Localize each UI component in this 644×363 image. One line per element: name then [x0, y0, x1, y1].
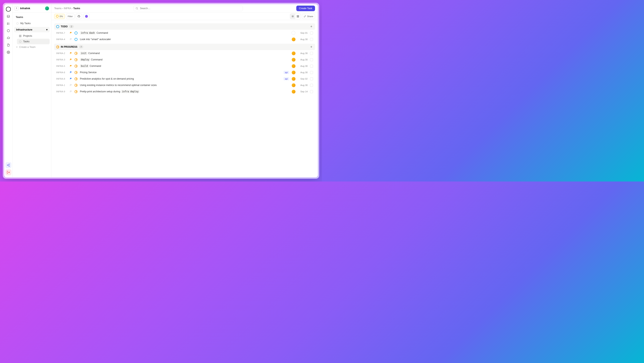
assignee[interactable] — [292, 77, 296, 81]
search-box[interactable] — [133, 6, 243, 11]
linear-icon — [85, 15, 88, 18]
file-icon[interactable] — [6, 42, 11, 48]
assignee[interactable] — [292, 64, 296, 68]
task-checkbox[interactable] — [310, 71, 313, 74]
progress-chip[interactable]: 0% — [54, 14, 65, 19]
assignee-avatar[interactable] — [292, 51, 296, 56]
view-toggle — [290, 14, 301, 19]
assignee-avatar[interactable] — [292, 70, 296, 75]
group-header-todo[interactable]: TODO2+ — [54, 23, 315, 30]
task-row[interactable]: INFRA-3 deploy Command Aug 30 — [54, 57, 315, 63]
logout-icon[interactable] — [6, 169, 11, 175]
assignee[interactable] — [292, 83, 296, 87]
status-icon[interactable] — [74, 38, 78, 41]
settings-icon[interactable] — [6, 49, 11, 55]
status-icon[interactable] — [74, 90, 78, 93]
task-title: infra dash Command — [80, 31, 289, 35]
inbox-icon[interactable] — [6, 13, 11, 19]
status-icon[interactable] — [74, 58, 78, 61]
status-icon[interactable] — [74, 71, 78, 74]
priority-flag-icon[interactable] — [70, 58, 72, 61]
task-id: INFRA-2 — [56, 52, 67, 55]
unassigned-icon[interactable] — [292, 31, 295, 35]
assignee[interactable] — [292, 51, 296, 56]
sidebar-create-team[interactable]: + Create a Team — [14, 44, 50, 50]
assignee[interactable] — [292, 31, 296, 35]
sidebar-item-label: Projects — [23, 35, 32, 37]
priority-flag-icon[interactable] — [70, 77, 72, 80]
priority-flag-icon[interactable] — [70, 52, 72, 55]
task-checkbox[interactable] — [310, 38, 313, 41]
board-view-button[interactable] — [295, 14, 300, 19]
filter-button[interactable]: Filter — [66, 14, 75, 19]
svg-point-20 — [19, 41, 21, 43]
tasks-icon[interactable] — [6, 21, 11, 27]
task-checkbox[interactable] — [310, 90, 313, 93]
list-view-button[interactable] — [290, 14, 295, 19]
task-row[interactable]: INFRA-1 Using existing instance metrics … — [54, 82, 315, 88]
assignee-avatar[interactable] — [292, 37, 296, 42]
task-row[interactable]: INFRA-6 Pricing Service api Aug 30 — [54, 69, 315, 76]
create-task-button[interactable]: Create Task — [296, 6, 315, 11]
status-icon[interactable] — [74, 84, 78, 87]
share-network-icon[interactable] — [6, 162, 11, 168]
priority-flag-icon[interactable] — [70, 90, 72, 93]
chat-icon[interactable] — [6, 28, 11, 34]
task-row[interactable]: INFRA-4 Look into "smart" autoscaler Aug… — [54, 36, 315, 43]
task-checkbox[interactable] — [310, 32, 313, 35]
sidebar-my-tasks[interactable]: My Tasks — [14, 21, 50, 26]
breadcrumb-infra[interactable]: INFRA — [64, 7, 71, 10]
group-header-prog[interactable]: IN PROGRESS7+ — [54, 44, 315, 50]
assignee[interactable] — [292, 70, 296, 75]
logo-icon[interactable] — [6, 6, 11, 12]
task-row[interactable]: INFRA-2 init Command Aug 30 — [54, 50, 315, 57]
priority-flag-icon[interactable] — [70, 84, 72, 87]
search-input[interactable] — [140, 7, 241, 10]
task-checkbox[interactable] — [310, 52, 313, 55]
task-row[interactable]: INFRA-5 build Command Aug 30 — [54, 63, 315, 69]
assignee-avatar[interactable] — [292, 64, 296, 68]
sidebar-projects[interactable]: Projects — [17, 33, 50, 39]
breadcrumb-teams[interactable]: Teams — [54, 7, 62, 10]
share-button[interactable]: Share — [302, 14, 315, 19]
status-icon[interactable] — [74, 77, 78, 80]
status-icon[interactable] — [74, 65, 78, 68]
sidebar-item-label: My Tasks — [20, 22, 31, 25]
workspace-switcher[interactable]: I Infralink — [12, 4, 51, 13]
task-checkbox[interactable] — [310, 77, 313, 80]
assignee-avatar[interactable] — [292, 58, 296, 62]
priority-flag-icon[interactable] — [70, 65, 72, 67]
add-task-icon[interactable]: + — [310, 45, 313, 49]
assignee-avatar[interactable] — [292, 90, 296, 94]
assignee[interactable] — [292, 90, 296, 94]
add-task-icon[interactable]: + — [310, 25, 313, 28]
task-checkbox[interactable] — [310, 65, 313, 68]
github-button[interactable] — [76, 14, 82, 19]
assignee[interactable] — [292, 37, 296, 42]
linear-button[interactable] — [83, 14, 90, 19]
task-date: Aug 30 — [298, 52, 308, 55]
assignee[interactable] — [292, 58, 296, 62]
priority-flag-icon[interactable] — [70, 38, 72, 41]
priority-flag-icon[interactable] — [70, 32, 72, 34]
svg-point-21 — [136, 7, 138, 9]
task-row[interactable]: INFRA-8 Predictive analytics for spot & … — [54, 76, 315, 82]
sidebar-tasks[interactable]: Tasks — [17, 39, 50, 44]
svg-point-7 — [7, 30, 10, 32]
task-row[interactable]: INFRA-9 Pretty-print architecture setup … — [54, 88, 315, 95]
status-icon[interactable] — [74, 32, 78, 35]
assignee-avatar[interactable] — [292, 77, 296, 81]
sidebar-team-infrastructure[interactable]: Infrastructure ▾ — [14, 27, 50, 32]
task-row[interactable]: INFRA-7 infra dash Command Sep 01 — [54, 30, 315, 36]
priority-flag-icon[interactable] — [70, 71, 72, 74]
task-checkbox[interactable] — [310, 58, 313, 61]
status-icon[interactable] — [74, 52, 78, 55]
task-checkbox[interactable] — [310, 84, 313, 87]
task-date: Sep 01 — [298, 32, 308, 34]
assignee-avatar[interactable] — [292, 83, 296, 87]
cloud-icon[interactable] — [6, 35, 11, 41]
user-avatar[interactable] — [45, 6, 49, 11]
task-date: Sep 14 — [298, 90, 308, 93]
breadcrumb[interactable]: Teams › INFRA › Tasks — [54, 7, 80, 10]
task-date: Aug 30 — [298, 38, 308, 41]
